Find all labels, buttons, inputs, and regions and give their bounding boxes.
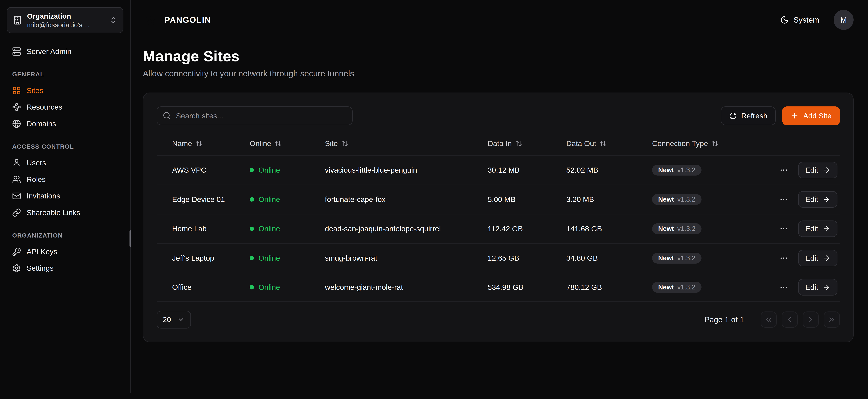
org-picker[interactable]: Organization milo@fossorial.io's ... [7,7,123,33]
edit-button[interactable]: Edit [798,279,838,296]
sidebar-item-settings[interactable]: Settings [7,260,123,277]
site-status-cell: Online [250,283,325,291]
column-header-name[interactable]: Name [172,139,249,148]
column-label: Connection Type [652,139,708,148]
table-row: Edge Device 01 Online fortunate-cape-fox… [157,185,840,214]
row-menu-button[interactable] [777,222,790,236]
sidebar-item-roles[interactable]: Roles [7,171,123,188]
site-id-cell: dead-san-joaquin-antelope-squirrel [325,224,488,233]
main-content: PANGOLIN System M Manage Sites Allow con… [131,0,868,393]
plus-icon [790,112,799,120]
page-size-select[interactable]: 20 [157,311,191,329]
sort-icon [711,140,718,147]
connection-version-label: v1.3.2 [677,284,695,290]
toolbar-actions: Refresh Add Site [721,106,840,125]
sidebar-item-domains[interactable]: Domains [7,116,123,132]
link-icon [12,208,21,217]
connection-version-label: v1.3.2 [677,196,695,203]
user-avatar[interactable]: M [834,10,854,30]
pangolin-logo-icon [143,12,159,28]
last-page-button[interactable] [824,311,840,328]
theme-toggle[interactable]: System [780,16,819,24]
org-picker-label: Organization [27,12,104,21]
online-dot [250,168,254,173]
page-subtitle: Allow connectivity to your network throu… [143,69,854,78]
online-dot [250,197,254,202]
prev-page-button[interactable] [782,311,798,328]
server-icon [12,47,21,56]
sort-icon [515,140,522,147]
edit-button[interactable]: Edit [798,220,838,237]
sidebar-item-resources[interactable]: Resources [7,99,123,116]
sidebar-item-label: Users [27,158,46,167]
sidebar-item-shareable-links[interactable]: Shareable Links [7,204,123,221]
moon-icon [780,16,789,24]
sidebar-scrollbar-thumb[interactable] [129,231,131,247]
next-page-button[interactable] [803,311,819,328]
site-name-cell: Home Lab [172,224,249,233]
arrow-right-icon [823,195,830,203]
chevrons-right-icon [828,315,836,324]
ellipsis-icon [779,195,788,204]
sidebar: Organization milo@fossorial.io's ... Ser… [0,0,131,393]
page-info: Page 1 of 1 [705,315,744,324]
sidebar-item-sites[interactable]: Sites [7,82,123,99]
waypoints-icon [12,103,21,112]
chevrons-up-down-icon [109,16,118,24]
search-icon [163,112,171,120]
data-out-cell: 3.20 MB [566,195,652,204]
sidebar-item-server-admin[interactable]: Server Admin [7,43,123,60]
row-menu-button[interactable] [777,251,790,265]
edit-button[interactable]: Edit [798,191,838,208]
edit-button-label: Edit [805,254,818,263]
column-header-data-out[interactable]: Data Out [566,139,652,148]
data-in-cell: 5.00 MB [488,195,566,204]
edit-button[interactable]: Edit [798,250,838,267]
grid-icon [12,86,21,95]
chevron-right-icon [807,315,815,324]
sort-icon [599,140,607,147]
pager-buttons [761,311,840,328]
row-menu-button[interactable] [777,163,790,177]
page-size-value: 20 [163,315,171,324]
column-header-data-in[interactable]: Data In [488,139,566,148]
site-id-cell: welcome-giant-mole-rat [325,283,488,291]
column-header-connection-type[interactable]: Connection Type [652,139,782,148]
edit-button[interactable]: Edit [798,162,838,179]
sidebar-item-label: Invitations [27,192,60,200]
user-icon [12,158,21,167]
brand[interactable]: PANGOLIN [143,12,211,28]
edit-button-label: Edit [805,195,818,204]
site-status-cell: Online [250,224,325,233]
page-title: Manage Sites [143,48,854,65]
refresh-icon [729,112,737,120]
row-menu-button[interactable] [777,193,790,206]
ellipsis-icon [779,166,788,175]
ellipsis-icon [779,224,788,233]
sort-icon [275,140,282,147]
sidebar-item-label: Shareable Links [27,208,80,217]
row-menu-button[interactable] [777,281,790,294]
search-input[interactable] [157,106,352,125]
add-site-button[interactable]: Add Site [782,106,840,125]
first-page-button[interactable] [761,311,777,328]
data-in-cell: 534.98 GB [488,283,566,291]
connection-badge: Newt v1.3.2 [652,253,702,264]
column-header-site[interactable]: Site [325,139,488,148]
column-label: Site [325,139,338,148]
row-actions: Edit [782,279,837,296]
sidebar-item-invitations[interactable]: Invitations [7,188,123,204]
sites-toolbar: Refresh Add Site [157,106,840,125]
site-status-cell: Online [250,254,325,263]
connection-type-label: Newt [658,167,674,173]
sort-icon [195,140,203,147]
edit-button-label: Edit [805,283,818,291]
chevrons-left-icon [765,315,773,324]
sidebar-item-users[interactable]: Users [7,155,123,171]
sidebar-item-api-keys[interactable]: API Keys [7,243,123,260]
arrow-right-icon [823,225,830,233]
column-header-online[interactable]: Online [250,139,325,148]
row-actions: Edit [782,191,837,208]
sort-icon [341,140,348,147]
refresh-button[interactable]: Refresh [721,106,776,125]
